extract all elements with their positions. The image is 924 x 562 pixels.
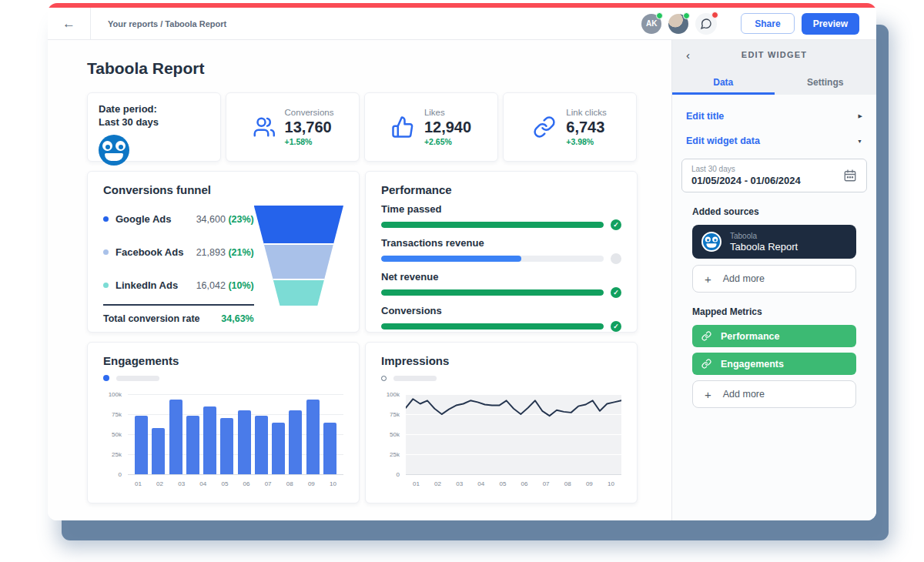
- series-dot-icon: [103, 249, 109, 255]
- impressions-chart-widget[interactable]: Impressions 100k75k50k25k0 01020304: [365, 342, 638, 503]
- mapped-metric-engagements[interactable]: Engagements: [692, 353, 856, 375]
- avatar-initials[interactable]: AK: [641, 14, 661, 34]
- progress-track: [381, 289, 604, 296]
- x-tick-label: 04: [477, 480, 484, 487]
- avatar-photo[interactable]: [668, 14, 688, 34]
- series-value: 21,893 (21%): [196, 247, 254, 258]
- add-more-label: Add more: [723, 389, 765, 400]
- widget-title: Conversions funnel: [103, 183, 343, 196]
- kpi-value: 12,940: [424, 119, 471, 135]
- mapped-metrics-list: PerformanceEngagements: [692, 325, 856, 375]
- engagement-bar: [203, 406, 216, 474]
- x-tick-label: 07: [265, 480, 272, 487]
- legend-placeholder: [116, 376, 159, 381]
- x-tick-label: 07: [543, 480, 550, 487]
- x-tick-label: 06: [521, 480, 528, 487]
- funnel-total-value: 34,63%: [221, 313, 253, 324]
- preview-button[interactable]: Preview: [802, 13, 859, 35]
- engagement-bar: [306, 400, 320, 474]
- date-range-value: 01/05/2024 - 01/06/2024: [691, 175, 801, 186]
- x-axis: 01020304050607080910: [128, 480, 343, 487]
- x-tick-label: 02: [434, 480, 441, 487]
- back-button[interactable]: ←: [48, 8, 91, 39]
- performance-row: Transactions revenue: [381, 237, 621, 264]
- online-status-dot: [656, 12, 663, 19]
- kpi-value: 13,760: [285, 119, 334, 135]
- engagement-bar: [135, 416, 148, 474]
- plus-icon: +: [705, 389, 711, 400]
- chat-button[interactable]: [695, 13, 717, 35]
- progress-fill: [381, 256, 521, 262]
- series-dot-icon: [103, 216, 109, 222]
- tab-data[interactable]: Data: [672, 69, 775, 95]
- engagement-bar: [152, 428, 165, 474]
- panel-back-chevron-icon[interactable]: ‹: [686, 49, 690, 61]
- metric-label: Transactions revenue: [381, 237, 621, 249]
- funnel-series-row: Google Ads34,600 (23%): [103, 202, 254, 236]
- panel-title: EDIT WIDGET: [672, 50, 876, 59]
- chevron-down-icon: ▼: [857, 139, 862, 144]
- mapped-metric-performance[interactable]: Performance: [692, 325, 856, 347]
- share-button[interactable]: Share: [741, 13, 794, 34]
- add-source-button[interactable]: + Add more: [692, 265, 856, 293]
- widgets-row-1: Conversions funnel Google Ads34,600 (23%…: [87, 171, 638, 333]
- metric-label: Engagements: [721, 359, 784, 370]
- funnel-legend: Google Ads34,600 (23%)Facebook Ads21,893…: [103, 202, 254, 302]
- x-tick-label: 10: [330, 480, 336, 487]
- kpi-delta: +2.65%: [424, 137, 471, 146]
- y-tick-label: 0: [119, 471, 122, 478]
- date-range-picker[interactable]: Last 30 days 01/05/2024 - 01/06/2024: [681, 159, 867, 192]
- funnel-segment: [254, 279, 343, 306]
- source-card-taboola[interactable]: Taboola Taboola Report: [692, 225, 856, 259]
- progress-track: [381, 323, 604, 330]
- page-title: Taboola Report: [87, 59, 638, 79]
- added-sources-label: Added sources: [692, 206, 856, 217]
- kpi-likes-widget[interactable]: Likes 12,940 +2.65%: [364, 92, 498, 162]
- line-chart-plot: [406, 394, 621, 475]
- kpi-link-clicks-widget[interactable]: Link clicks 6,743 +3.98%: [503, 92, 637, 162]
- funnel-total-row: Total conversion rate 34,63%: [103, 304, 254, 324]
- performance-row: Net revenue✓: [381, 271, 621, 298]
- series-name: LinkedIn Ads: [116, 279, 196, 291]
- y-axis: 100k75k50k25k0: [103, 394, 123, 475]
- users-icon: [252, 115, 275, 139]
- engagement-bar: [238, 410, 251, 474]
- legend-dot-icon: [381, 376, 387, 381]
- y-tick-label: 75k: [390, 411, 400, 418]
- engagement-bar: [169, 400, 182, 474]
- notification-dot: [711, 12, 718, 18]
- x-tick-label: 03: [456, 480, 463, 487]
- source-name: Taboola Report: [730, 241, 798, 253]
- taboola-logo: [701, 232, 721, 252]
- y-tick-label: 75k: [112, 411, 122, 418]
- performance-widget[interactable]: Performance Time passed✓Transactions rev…: [365, 171, 638, 333]
- x-tick-label: 05: [499, 480, 506, 487]
- widget-title: Performance: [381, 183, 621, 196]
- kpi-conversions-widget[interactable]: Conversions 13,760 +1.58%: [226, 92, 360, 162]
- edit-title-link: Edit title: [686, 111, 724, 122]
- x-tick-label: 03: [178, 480, 185, 487]
- metric-label: Performance: [721, 331, 779, 342]
- y-tick-label: 25k: [390, 451, 400, 458]
- x-tick-label: 01: [135, 480, 142, 487]
- main-area: Taboola Report Date period: Last 30 days: [48, 40, 876, 520]
- panel-tabs: Data Settings: [672, 69, 876, 95]
- conversions-funnel-widget[interactable]: Conversions funnel Google Ads34,600 (23%…: [87, 171, 360, 333]
- taboola-logo: [99, 135, 129, 166]
- engagements-chart-widget[interactable]: Engagements 100k75k50k25k0 0102030405060…: [87, 342, 360, 503]
- edit-title-row[interactable]: Edit title ▶: [681, 104, 867, 129]
- engagement-bar: [289, 410, 302, 474]
- engagement-bar: [220, 418, 233, 474]
- date-period-widget[interactable]: Date period: Last 30 days: [87, 92, 221, 162]
- chevron-right-icon: ▶: [859, 113, 862, 119]
- engagement-bar: [272, 423, 285, 474]
- x-tick-label: 08: [564, 480, 571, 487]
- edit-widget-data-row[interactable]: Edit widget data ▼: [681, 129, 867, 153]
- widget-title: Impressions: [381, 354, 621, 367]
- add-metric-button[interactable]: + Add more: [692, 380, 856, 408]
- tab-settings[interactable]: Settings: [775, 69, 877, 95]
- calendar-icon: [843, 169, 857, 182]
- kpi-delta: +1.58%: [285, 137, 334, 146]
- impressions-line: [406, 394, 621, 474]
- chat-bubble-icon: [700, 18, 712, 30]
